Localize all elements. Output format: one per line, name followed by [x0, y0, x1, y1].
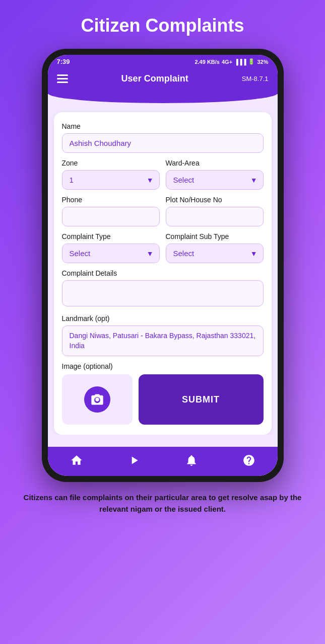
complaint-details-input[interactable]: [62, 280, 264, 306]
app-header: User Complaint SM-8.7.1: [48, 68, 278, 94]
complaint-details-label: Complaint Details: [62, 269, 264, 277]
complaint-type-select[interactable]: Select: [62, 244, 160, 263]
menu-icon[interactable]: [57, 74, 68, 83]
signal-text: 2.49 KB/s: [194, 59, 220, 65]
name-input[interactable]: [62, 133, 264, 153]
name-label: Name: [62, 122, 264, 130]
zone-label: Zone: [62, 159, 160, 167]
zone-select[interactable]: 1: [62, 170, 160, 190]
ward-label: Ward-Area: [166, 159, 264, 167]
signal-bars-icon: ▐▐▐: [234, 59, 246, 65]
phone-input[interactable]: [62, 207, 160, 226]
complaint-sub-type-select[interactable]: Select: [166, 244, 264, 263]
battery-icon: 🔋: [248, 58, 255, 65]
caption-text: Citizens can file complaints on their pa…: [10, 492, 315, 515]
page-title: Citizen Complaints: [81, 15, 244, 36]
camera-icon: [84, 386, 110, 413]
network-text: 4G+: [222, 59, 232, 65]
status-bar: 7:39 2.49 KB/s 4G+ ▐▐▐ 🔋 32%: [48, 55, 278, 68]
zone-ward-row: Zone 1 ▼ Ward-Area Select: [62, 159, 264, 190]
complaint-sub-type-label: Complaint Sub Type: [166, 232, 264, 240]
complaint-type-row: Complaint Type Select ▼ Complaint Sub Ty…: [62, 232, 264, 263]
ward-select-wrapper: Select ▼: [166, 170, 264, 190]
name-field-group: Name: [62, 122, 264, 153]
complaint-sub-type-group: Complaint Sub Type Select ▼: [166, 232, 264, 263]
complaint-sub-type-select-wrapper: Select ▼: [166, 244, 264, 263]
complaint-type-label: Complaint Type: [62, 232, 160, 240]
bottom-nav: [48, 447, 278, 476]
phone-label: Phone: [62, 196, 160, 204]
nav-bell[interactable]: [185, 454, 198, 467]
complaint-type-group: Complaint Type Select ▼: [62, 232, 160, 263]
nav-help[interactable]: [242, 454, 255, 467]
phone-plot-row: Phone Plot No/House No: [62, 196, 264, 226]
image-label: Image (optional): [62, 362, 264, 370]
landmark-display: Dangi Niwas, Patusari - Bakara Bypass, R…: [62, 326, 264, 356]
zone-select-wrapper: 1 ▼: [62, 170, 160, 190]
plot-field-group: Plot No/House No: [166, 196, 264, 226]
phone-screen: 7:39 2.49 KB/s 4G+ ▐▐▐ 🔋 32% User Compla…: [48, 55, 278, 476]
phone-field-group: Phone: [62, 196, 160, 226]
ward-field-group: Ward-Area Select ▼: [166, 159, 264, 190]
image-submit-row: SUBMIT: [62, 374, 264, 425]
submit-button[interactable]: SUBMIT: [139, 374, 264, 425]
complaint-details-group: Complaint Details: [62, 269, 264, 308]
landmark-group: Landmark (opt) Dangi Niwas, Patusari - B…: [62, 314, 264, 356]
zone-field-group: Zone 1 ▼: [62, 159, 160, 190]
image-upload-box[interactable]: [62, 374, 133, 425]
status-time: 7:39: [57, 58, 70, 65]
nav-play[interactable]: [127, 454, 141, 467]
ward-select[interactable]: Select: [166, 170, 264, 190]
form-card: Name Zone 1 ▼ Ward: [54, 112, 272, 435]
plot-label: Plot No/House No: [166, 196, 264, 204]
nav-home[interactable]: [70, 454, 83, 467]
header-version: SM-8.7.1: [242, 75, 269, 83]
complaint-type-select-wrapper: Select ▼: [62, 244, 160, 263]
battery-percent: 32%: [257, 59, 268, 65]
bottom-spacer: [48, 435, 278, 443]
plot-input[interactable]: [166, 207, 264, 226]
status-icons: 2.49 KB/s 4G+ ▐▐▐ 🔋 32%: [194, 58, 268, 65]
header-title: User Complaint: [121, 73, 188, 84]
image-submit-group: Image (optional) SUBMIT: [62, 362, 264, 425]
camera-svg: [90, 392, 104, 407]
phone-frame: 7:39 2.49 KB/s 4G+ ▐▐▐ 🔋 32% User Compla…: [42, 49, 284, 482]
landmark-label: Landmark (opt): [62, 314, 264, 323]
